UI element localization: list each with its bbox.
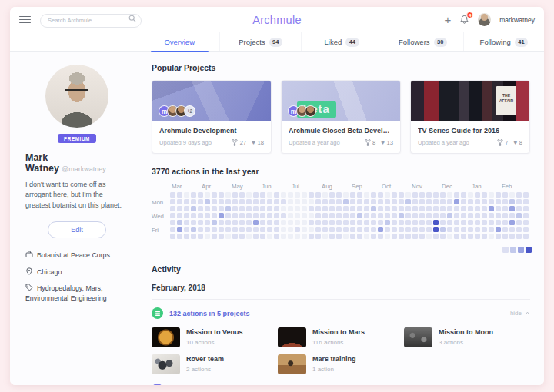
heatmap-cell bbox=[419, 192, 425, 198]
heatmap-cell bbox=[440, 192, 446, 198]
user-avatar[interactable] bbox=[478, 13, 491, 26]
main-panel: Popular Projects m +2 Archmule Developme… bbox=[142, 52, 544, 385]
heatmap-cell bbox=[509, 213, 515, 218]
heatmap-cell bbox=[267, 220, 272, 225]
heatmap-cell bbox=[350, 213, 355, 218]
heatmap-cell bbox=[336, 227, 342, 232]
heatmap-cell bbox=[253, 234, 259, 239]
hide-toggle[interactable]: hide bbox=[510, 310, 530, 317]
heatmap-cell bbox=[357, 206, 362, 211]
heatmap-cell bbox=[246, 192, 252, 198]
username-label[interactable]: markwatney bbox=[499, 16, 535, 24]
activity-project-mars[interactable]: Mission to Mars116 actions bbox=[278, 327, 404, 347]
heatmap-cell bbox=[329, 192, 335, 198]
heatmap-cell bbox=[440, 206, 446, 211]
tab-overview[interactable]: Overview bbox=[139, 32, 219, 51]
heatmap-cell bbox=[364, 220, 369, 225]
heatmap-cell bbox=[288, 234, 293, 239]
add-icon[interactable]: + bbox=[444, 14, 451, 25]
heatmap-cell bbox=[170, 199, 175, 204]
project-updated: Updated a year ago bbox=[418, 139, 469, 146]
heatmap-cell bbox=[177, 227, 182, 232]
heatmap-cell bbox=[274, 213, 279, 218]
heatmap-cell bbox=[309, 227, 314, 232]
heatmap-cell bbox=[461, 206, 466, 211]
heatmap-cell bbox=[468, 227, 473, 232]
project-name: Mission to Moon bbox=[439, 327, 493, 337]
heatmap-cell bbox=[364, 199, 369, 204]
actions-group-icon bbox=[152, 307, 163, 319]
heatmap-cell bbox=[350, 220, 355, 225]
heatmap-cell bbox=[426, 206, 432, 211]
heatmap-cell bbox=[322, 192, 328, 198]
activity-project-venus[interactable]: Mission to Venus10 actions bbox=[152, 327, 278, 347]
heatmap-cell bbox=[205, 192, 210, 198]
heatmap-cell bbox=[212, 192, 217, 198]
heatmap-cell bbox=[274, 192, 279, 198]
search-input[interactable] bbox=[40, 14, 142, 28]
detail-text: Botanist at Peace Corps bbox=[37, 251, 110, 259]
heatmap-cell bbox=[447, 220, 452, 225]
heatmap-cell bbox=[336, 199, 342, 204]
project-card-archmule-development[interactable]: m +2 Archmule Development Updated 9 days… bbox=[152, 80, 272, 154]
heatmap-cell bbox=[482, 213, 487, 218]
heatmap-cell bbox=[447, 213, 452, 218]
activity-project-training[interactable]: Mars training1 action bbox=[278, 354, 404, 374]
heatmap-cell bbox=[288, 213, 293, 218]
top-right-controls: + 4 markwatney bbox=[444, 13, 535, 26]
project-card-closed-beta[interactable]: beta m Archmule Closed Beta Development … bbox=[281, 80, 401, 154]
heatmap-cell bbox=[482, 199, 487, 204]
heatmap-cell bbox=[184, 234, 189, 239]
heatmap-cell bbox=[489, 199, 494, 204]
tab-following[interactable]: Following 41 bbox=[463, 32, 544, 51]
project-thumbnail bbox=[152, 354, 180, 374]
heatmap-cell bbox=[357, 234, 362, 239]
heatmap-cell bbox=[267, 192, 272, 198]
heatmap-month-labels: MarAprMayJunJulAugSepOctNovDecJanFeb bbox=[172, 183, 532, 190]
tab-liked[interactable]: Liked 44 bbox=[301, 32, 382, 51]
hamburger-menu-icon[interactable] bbox=[19, 14, 31, 25]
heatmap-cell bbox=[461, 234, 466, 239]
heatmap-cell bbox=[329, 206, 335, 211]
heatmap-cell bbox=[496, 206, 501, 211]
activity-project-rover[interactable]: Rover team2 actions bbox=[152, 354, 278, 374]
heatmap-cell bbox=[329, 227, 335, 232]
profile-bio: I don't want to come off as arrogant her… bbox=[25, 180, 128, 212]
heatmap-cell bbox=[260, 206, 265, 211]
heatmap-cell bbox=[412, 206, 418, 211]
heatmap-cell bbox=[267, 199, 272, 204]
detail-text: Hydropedalogy, Mars, Environmental Engin… bbox=[25, 284, 107, 302]
heatmap-cell bbox=[295, 227, 300, 232]
heatmap-cell bbox=[405, 199, 411, 204]
heatmap-cell bbox=[225, 227, 231, 232]
heatmap-cell bbox=[433, 227, 439, 232]
heatmap-cell bbox=[412, 220, 418, 225]
heatmap-cell bbox=[419, 227, 425, 232]
heatmap-cell bbox=[412, 192, 418, 198]
tab-followers[interactable]: Followers 30 bbox=[382, 32, 462, 51]
heatmap-cell bbox=[315, 206, 321, 211]
notifications-bell-icon[interactable]: 4 bbox=[459, 15, 469, 25]
activity-project-moon[interactable]: Mission to Moon3 actions bbox=[404, 327, 530, 347]
tab-projects[interactable]: Projects 94 bbox=[219, 32, 300, 51]
edit-profile-button[interactable]: Edit bbox=[48, 221, 106, 238]
heatmap-cell bbox=[329, 199, 335, 204]
heatmap-cell bbox=[295, 220, 300, 225]
heatmap-cell bbox=[399, 213, 404, 218]
heatmap-cell bbox=[516, 220, 522, 225]
project-card-tv-series-guide[interactable]: THE AFFAIR TV Series Guide for 2016 Upda… bbox=[410, 80, 530, 154]
project-actions-count: 10 actions bbox=[186, 339, 243, 346]
heatmap-cell bbox=[454, 213, 459, 218]
heatmap-cell bbox=[239, 199, 245, 204]
day-label bbox=[152, 234, 170, 241]
heatmap-cell bbox=[350, 227, 355, 232]
heatmap-cell bbox=[433, 192, 439, 198]
heatmap-cell bbox=[516, 199, 522, 204]
heatmap-day-labels: MonWedFri bbox=[152, 192, 170, 241]
heatmap-cell bbox=[475, 227, 480, 232]
detail-topics: Hydropedalogy, Mars, Environmental Engin… bbox=[25, 284, 128, 304]
day-label: Mon bbox=[152, 199, 170, 206]
project-title: Archmule Development bbox=[159, 127, 264, 135]
heatmap-cell bbox=[322, 220, 328, 225]
heatmap-cell bbox=[489, 234, 494, 239]
